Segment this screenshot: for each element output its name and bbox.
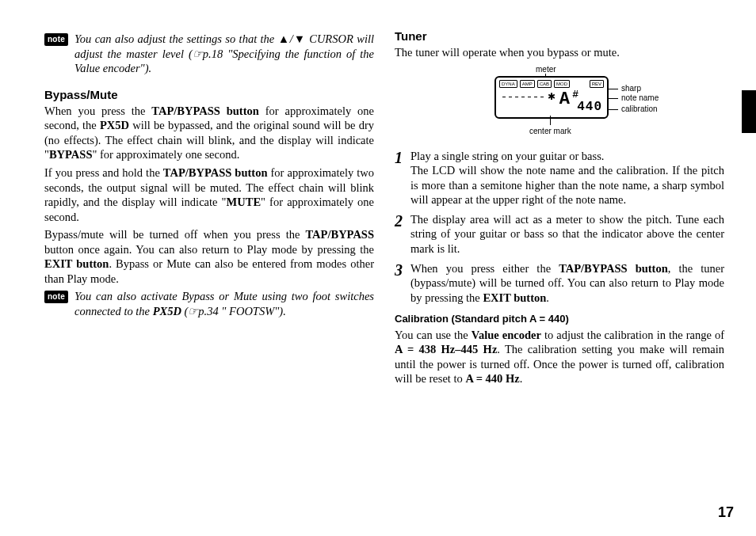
note-badge-icon: note <box>44 33 68 46</box>
text: Play a single string on your guitar or b… <box>410 150 604 162</box>
step: 2 The display area will act as a meter t… <box>395 212 724 257</box>
note-block: note You can also activate Bypass or Mut… <box>44 289 374 318</box>
term: Value encoder <box>472 329 541 341</box>
note-text: You can also activate Bypass or Mute usi… <box>74 289 374 318</box>
term: BYPASS <box>49 148 93 161</box>
term: PX5D <box>153 305 181 317</box>
right-column: Tuner The tuner will operate when you by… <box>395 29 724 390</box>
step: 1 Play a single string on your guitar or… <box>395 149 724 207</box>
tuner-calibration-readout: 440 <box>577 99 602 115</box>
step-number: 3 <box>395 262 410 278</box>
term: TAP/BYPASS <box>306 228 374 241</box>
text: You can use the <box>395 329 472 341</box>
text: " for approximately one second. <box>92 148 239 161</box>
leader-line <box>550 116 551 125</box>
page-ref-icon <box>188 305 198 317</box>
step-number: 1 <box>395 150 410 165</box>
step-body: The display area will act as a meter to … <box>410 212 724 257</box>
left-column: note You can also adjust the settings so… <box>44 29 374 390</box>
term: TAP/BYPASS button <box>163 166 268 179</box>
text: to adjust the calibration in the range o… <box>541 329 724 341</box>
tuner-intro: The tuner will operate when you bypass o… <box>395 45 724 60</box>
lcd-screen: DYNA AMP CAB MOD REV <box>494 76 609 119</box>
lcd-tab: CAB <box>537 80 552 88</box>
two-column-layout: note You can also adjust the settings so… <box>44 29 724 390</box>
section-thumb-tab <box>742 90 756 133</box>
paragraph: Bypass/mute will be turned off when you … <box>44 227 374 286</box>
page-ref-icon <box>193 48 203 60</box>
term: TAP/BYPASS button <box>559 262 668 275</box>
note-badge-icon: note <box>44 291 68 303</box>
step-body: Play a single string on your guitar or b… <box>410 149 724 207</box>
heading-tuner: Tuner <box>395 29 724 44</box>
text: . <box>520 372 523 385</box>
text: The LCD will show the note name and the … <box>410 164 724 206</box>
tuner-figure: meter DYNA AMP CAB MOD REV <box>456 65 662 139</box>
term: A = 438 Hz–445 Hz <box>395 343 497 355</box>
lcd-tab: MOD <box>554 80 570 88</box>
note-block: note You can also adjust the settings so… <box>44 32 374 76</box>
paragraph: When you press the TAP/BYPASS button for… <box>44 104 374 162</box>
leader-line <box>607 109 618 110</box>
text: p.34 " FOOTSW"). <box>198 305 285 317</box>
step-number: 2 <box>395 213 410 229</box>
text: You can also adjust the settings so that… <box>74 32 278 45</box>
lcd-tab: AMP <box>520 80 535 88</box>
label-note-name: note name <box>621 93 659 104</box>
paragraph: You can use the Value encoder to adjust … <box>395 328 724 386</box>
label-calibration: calibration <box>621 105 658 115</box>
tuner-note-readout: A <box>559 89 569 111</box>
step: 3 When you press either the TAP/BYPASS b… <box>395 261 724 306</box>
term: EXIT button <box>44 257 109 270</box>
lcd-tab: DYNA <box>499 80 517 88</box>
lcd-mode-tabs: DYNA AMP CAB MOD <box>499 80 570 88</box>
term: A = 440 Hz <box>465 372 519 385</box>
text: Bypass/mute will be turned off when you … <box>44 228 306 241</box>
term: MUTE <box>227 196 262 208</box>
term: PX5D <box>100 119 129 131</box>
leader-line <box>607 98 618 99</box>
step-body: When you press either the TAP/BYPASS but… <box>410 261 724 306</box>
term: EXIT button <box>483 291 546 304</box>
manual-page: note You can also adjust the settings so… <box>0 0 756 536</box>
note-text: You can also adjust the settings so that… <box>74 32 374 76</box>
leader-line <box>607 89 618 89</box>
triangle-down-icon <box>293 32 306 45</box>
lcd-tab-rev: REV <box>590 80 604 88</box>
text: . <box>546 291 549 304</box>
page-number: 17 <box>718 504 734 522</box>
heading-calibration: Calibration (Standard pitch A = 440) <box>395 313 724 326</box>
heading-bypass-mute: Bypass/Mute <box>44 87 374 102</box>
text: If you press and hold the <box>44 166 163 179</box>
paragraph: If you press and hold the TAP/BYPASS but… <box>44 165 374 224</box>
label-center-mark: center mark <box>529 127 571 137</box>
text: button once again. You can also return t… <box>44 243 374 256</box>
text: When you press the <box>44 105 151 117</box>
triangle-up-icon <box>278 32 290 45</box>
center-mark-icon: ✱ <box>548 92 556 101</box>
label-sharp: sharp <box>621 84 641 94</box>
term: TAP/BYPASS button <box>151 105 258 117</box>
tuning-steps: 1 Play a single string on your guitar or… <box>395 149 724 305</box>
text: When you press either the <box>410 262 559 275</box>
